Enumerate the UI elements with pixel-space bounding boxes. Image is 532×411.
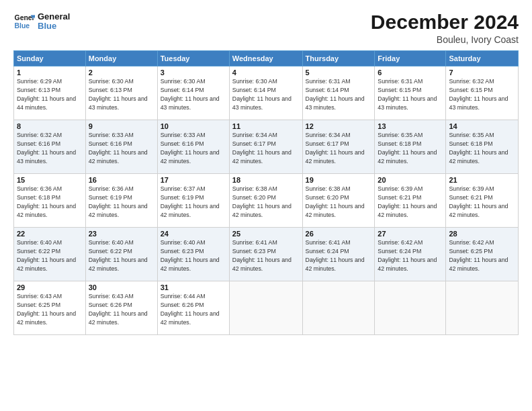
calendar-cell: 9 Sunrise: 6:33 AMSunset: 6:16 PMDayligh… bbox=[85, 120, 157, 174]
col-tuesday: Tuesday bbox=[157, 51, 229, 66]
day-number: 11 bbox=[232, 122, 300, 130]
logo-line2: Blue bbox=[38, 21, 70, 31]
calendar-cell: 12 Sunrise: 6:34 AMSunset: 6:17 PMDaylig… bbox=[302, 120, 375, 174]
calendar-cell: 23 Sunrise: 6:40 AMSunset: 6:22 PMDaylig… bbox=[85, 228, 157, 281]
day-number: 27 bbox=[378, 230, 443, 238]
day-detail: Sunrise: 6:38 AMSunset: 6:20 PMDaylight:… bbox=[306, 185, 365, 218]
calendar-cell: 29 Sunrise: 6:43 AMSunset: 6:25 PMDaylig… bbox=[14, 281, 86, 335]
day-detail: Sunrise: 6:42 AMSunset: 6:25 PMDaylight:… bbox=[449, 239, 508, 272]
main-title: December 2024 bbox=[371, 11, 519, 33]
calendar-cell bbox=[446, 281, 519, 335]
day-detail: Sunrise: 6:43 AMSunset: 6:26 PMDaylight:… bbox=[89, 293, 148, 326]
calendar-cell: 5 Sunrise: 6:31 AMSunset: 6:14 PMDayligh… bbox=[302, 66, 375, 120]
calendar-cell: 28 Sunrise: 6:42 AMSunset: 6:25 PMDaylig… bbox=[446, 228, 519, 281]
day-number: 8 bbox=[17, 122, 83, 130]
day-detail: Sunrise: 6:32 AMSunset: 6:15 PMDaylight:… bbox=[449, 78, 508, 111]
calendar-cell: 26 Sunrise: 6:41 AMSunset: 6:24 PMDaylig… bbox=[302, 228, 375, 281]
day-number: 19 bbox=[306, 176, 372, 184]
day-number: 10 bbox=[161, 122, 226, 130]
calendar-week-1: 1 Sunrise: 6:29 AMSunset: 6:13 PMDayligh… bbox=[14, 66, 519, 120]
day-detail: Sunrise: 6:40 AMSunset: 6:22 PMDaylight:… bbox=[89, 239, 148, 272]
calendar-cell: 16 Sunrise: 6:36 AMSunset: 6:19 PMDaylig… bbox=[85, 174, 157, 228]
day-detail: Sunrise: 6:33 AMSunset: 6:16 PMDaylight:… bbox=[161, 132, 220, 165]
calendar-cell: 11 Sunrise: 6:34 AMSunset: 6:17 PMDaylig… bbox=[229, 120, 302, 174]
day-detail: Sunrise: 6:41 AMSunset: 6:24 PMDaylight:… bbox=[306, 239, 365, 272]
day-detail: Sunrise: 6:43 AMSunset: 6:25 PMDaylight:… bbox=[17, 293, 76, 326]
day-number: 3 bbox=[161, 68, 226, 77]
day-detail: Sunrise: 6:33 AMSunset: 6:16 PMDaylight:… bbox=[89, 132, 148, 165]
svg-text:Blue: Blue bbox=[15, 22, 30, 30]
day-detail: Sunrise: 6:44 AMSunset: 6:26 PMDaylight:… bbox=[161, 293, 220, 326]
col-saturday: Saturday bbox=[446, 51, 519, 66]
day-number: 13 bbox=[378, 122, 443, 130]
day-number: 21 bbox=[449, 176, 515, 184]
day-number: 2 bbox=[89, 68, 154, 77]
day-detail: Sunrise: 6:41 AMSunset: 6:23 PMDaylight:… bbox=[232, 239, 292, 272]
calendar-cell: 27 Sunrise: 6:42 AMSunset: 6:24 PMDaylig… bbox=[375, 228, 446, 281]
calendar-week-3: 15 Sunrise: 6:36 AMSunset: 6:18 PMDaylig… bbox=[14, 174, 519, 228]
calendar-cell: 20 Sunrise: 6:39 AMSunset: 6:21 PMDaylig… bbox=[375, 174, 446, 228]
day-detail: Sunrise: 6:35 AMSunset: 6:18 PMDaylight:… bbox=[378, 132, 437, 165]
col-sunday: Sunday bbox=[14, 51, 86, 66]
day-number: 31 bbox=[161, 283, 226, 291]
day-number: 4 bbox=[232, 68, 300, 77]
calendar-week-2: 8 Sunrise: 6:32 AMSunset: 6:16 PMDayligh… bbox=[14, 120, 519, 174]
day-number: 28 bbox=[449, 230, 515, 238]
calendar: Sunday Monday Tuesday Wednesday Thursday… bbox=[13, 50, 519, 335]
calendar-cell: 30 Sunrise: 6:43 AMSunset: 6:26 PMDaylig… bbox=[85, 281, 157, 335]
calendar-header: Sunday Monday Tuesday Wednesday Thursday… bbox=[14, 51, 519, 66]
day-number: 22 bbox=[17, 230, 83, 238]
day-number: 18 bbox=[232, 176, 300, 184]
day-detail: Sunrise: 6:40 AMSunset: 6:23 PMDaylight:… bbox=[161, 239, 220, 272]
calendar-cell: 8 Sunrise: 6:32 AMSunset: 6:16 PMDayligh… bbox=[14, 120, 86, 174]
col-friday: Friday bbox=[375, 51, 446, 66]
day-detail: Sunrise: 6:34 AMSunset: 6:17 PMDaylight:… bbox=[232, 132, 292, 165]
day-detail: Sunrise: 6:37 AMSunset: 6:19 PMDaylight:… bbox=[161, 185, 220, 218]
day-detail: Sunrise: 6:30 AMSunset: 6:14 PMDaylight:… bbox=[232, 78, 292, 111]
day-number: 20 bbox=[378, 176, 443, 184]
day-detail: Sunrise: 6:39 AMSunset: 6:21 PMDaylight:… bbox=[449, 185, 508, 218]
day-number: 9 bbox=[89, 122, 154, 130]
day-detail: Sunrise: 6:38 AMSunset: 6:20 PMDaylight:… bbox=[232, 185, 292, 218]
day-number: 25 bbox=[232, 230, 300, 238]
day-number: 16 bbox=[89, 176, 154, 184]
day-detail: Sunrise: 6:30 AMSunset: 6:13 PMDaylight:… bbox=[89, 78, 148, 111]
logo-icon: General Blue bbox=[13, 11, 35, 32]
subtitle: Bouleu, Ivory Coast bbox=[371, 34, 519, 45]
day-detail: Sunrise: 6:39 AMSunset: 6:21 PMDaylight:… bbox=[378, 185, 437, 218]
calendar-cell: 7 Sunrise: 6:32 AMSunset: 6:15 PMDayligh… bbox=[446, 66, 519, 120]
title-block: December 2024 Bouleu, Ivory Coast bbox=[371, 11, 519, 45]
day-detail: Sunrise: 6:32 AMSunset: 6:16 PMDaylight:… bbox=[17, 132, 76, 165]
day-number: 12 bbox=[306, 122, 372, 130]
calendar-cell: 21 Sunrise: 6:39 AMSunset: 6:21 PMDaylig… bbox=[446, 174, 519, 228]
calendar-cell: 15 Sunrise: 6:36 AMSunset: 6:18 PMDaylig… bbox=[14, 174, 86, 228]
calendar-cell: 1 Sunrise: 6:29 AMSunset: 6:13 PMDayligh… bbox=[14, 66, 86, 120]
calendar-week-5: 29 Sunrise: 6:43 AMSunset: 6:25 PMDaylig… bbox=[14, 281, 519, 335]
calendar-cell: 10 Sunrise: 6:33 AMSunset: 6:16 PMDaylig… bbox=[157, 120, 229, 174]
calendar-cell: 22 Sunrise: 6:40 AMSunset: 6:22 PMDaylig… bbox=[14, 228, 86, 281]
header-row: Sunday Monday Tuesday Wednesday Thursday… bbox=[14, 51, 519, 66]
calendar-cell: 4 Sunrise: 6:30 AMSunset: 6:14 PMDayligh… bbox=[229, 66, 302, 120]
day-detail: Sunrise: 6:36 AMSunset: 6:18 PMDaylight:… bbox=[17, 185, 76, 218]
day-number: 6 bbox=[378, 68, 443, 77]
calendar-cell: 3 Sunrise: 6:30 AMSunset: 6:14 PMDayligh… bbox=[157, 66, 229, 120]
calendar-cell bbox=[229, 281, 302, 335]
day-number: 24 bbox=[161, 230, 226, 238]
calendar-cell: 6 Sunrise: 6:31 AMSunset: 6:15 PMDayligh… bbox=[375, 66, 446, 120]
day-detail: Sunrise: 6:29 AMSunset: 6:13 PMDaylight:… bbox=[17, 78, 76, 111]
calendar-cell: 18 Sunrise: 6:38 AMSunset: 6:20 PMDaylig… bbox=[229, 174, 302, 228]
calendar-cell: 24 Sunrise: 6:40 AMSunset: 6:23 PMDaylig… bbox=[157, 228, 229, 281]
day-detail: Sunrise: 6:36 AMSunset: 6:19 PMDaylight:… bbox=[89, 185, 148, 218]
calendar-cell bbox=[375, 281, 446, 335]
day-detail: Sunrise: 6:42 AMSunset: 6:24 PMDaylight:… bbox=[378, 239, 437, 272]
calendar-cell: 13 Sunrise: 6:35 AMSunset: 6:18 PMDaylig… bbox=[375, 120, 446, 174]
col-thursday: Thursday bbox=[302, 51, 375, 66]
col-monday: Monday bbox=[85, 51, 157, 66]
calendar-cell: 31 Sunrise: 6:44 AMSunset: 6:26 PMDaylig… bbox=[157, 281, 229, 335]
day-number: 29 bbox=[17, 283, 83, 291]
calendar-body: 1 Sunrise: 6:29 AMSunset: 6:13 PMDayligh… bbox=[14, 66, 519, 335]
calendar-cell: 14 Sunrise: 6:35 AMSunset: 6:18 PMDaylig… bbox=[446, 120, 519, 174]
day-number: 5 bbox=[306, 68, 372, 77]
calendar-week-4: 22 Sunrise: 6:40 AMSunset: 6:22 PMDaylig… bbox=[14, 228, 519, 281]
calendar-cell: 17 Sunrise: 6:37 AMSunset: 6:19 PMDaylig… bbox=[157, 174, 229, 228]
